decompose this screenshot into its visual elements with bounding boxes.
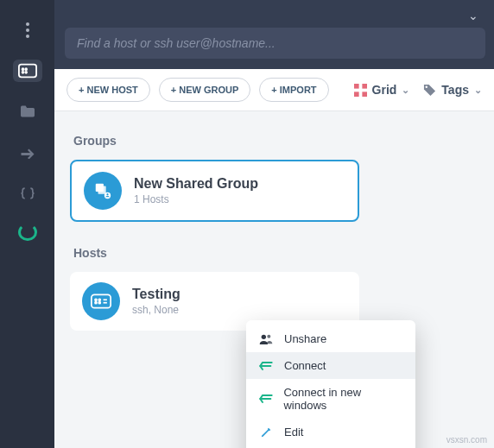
sidebar-snippets[interactable] <box>13 182 42 204</box>
svg-rect-5 <box>354 84 359 89</box>
edit-icon <box>258 426 274 439</box>
attribution-watermark: vsxsn.com <box>446 435 487 445</box>
main-panel: ⌄ Find a host or ssh user@hostname... + … <box>54 0 494 448</box>
chevron-down-icon: ⌄ <box>474 85 482 96</box>
svg-point-9 <box>426 85 428 87</box>
svg-point-16 <box>98 299 100 300</box>
menu-edit[interactable]: Edit <box>246 419 415 445</box>
menu-unshare[interactable]: Unshare <box>246 325 415 352</box>
tag-icon <box>423 84 436 97</box>
svg-point-13 <box>106 193 108 195</box>
loading-spinner-icon <box>18 224 37 241</box>
import-button[interactable]: + IMPORT <box>259 78 328 102</box>
svg-point-4 <box>25 72 27 73</box>
view-grid-label: Grid <box>372 83 397 97</box>
menu-connect-new-window[interactable]: Connect in new windows <box>246 379 415 419</box>
host-badge-icon <box>82 282 120 320</box>
svg-point-12 <box>104 192 111 199</box>
sidebar-hosts[interactable] <box>13 60 42 81</box>
svg-point-1 <box>22 68 23 70</box>
menu-connect-new-window-label: Connect in new windows <box>283 386 403 412</box>
host-subtitle: ssh, None <box>132 304 180 316</box>
host-title: Testing <box>132 287 180 302</box>
folder-icon <box>19 104 36 118</box>
group-badge-icon <box>84 172 122 210</box>
toolbar: + NEW HOST + NEW GROUP + IMPORT Grid ⌄ T… <box>54 69 494 111</box>
svg-point-21 <box>262 334 266 338</box>
tags-label: Tags <box>441 83 469 97</box>
more-vertical-icon <box>26 22 29 38</box>
topbar: ⌄ Find a host or ssh user@hostname... <box>54 0 494 69</box>
view-grid-toggle[interactable]: Grid ⌄ <box>354 83 410 97</box>
sidebar-port-forward[interactable] <box>13 142 42 163</box>
svg-point-17 <box>95 302 97 304</box>
svg-point-3 <box>22 72 23 73</box>
connect-new-window-icon <box>258 394 273 404</box>
unshare-icon <box>258 333 274 345</box>
connect-icon <box>258 361 274 371</box>
svg-rect-14 <box>92 294 111 307</box>
group-subtitle: 1 Hosts <box>134 193 258 205</box>
menu-unshare-label: Unshare <box>284 332 326 345</box>
svg-point-18 <box>98 302 100 304</box>
svg-point-22 <box>267 334 270 338</box>
menu-connect[interactable]: Connect <box>246 352 415 379</box>
svg-rect-6 <box>362 84 367 89</box>
svg-rect-8 <box>362 91 367 97</box>
group-title: New Shared Group <box>134 176 258 192</box>
svg-rect-11 <box>98 186 106 194</box>
menu-connect-label: Connect <box>284 359 326 372</box>
svg-rect-7 <box>354 91 359 97</box>
content-area: Groups New Shared Group 1 Hosts Hosts Te… <box>54 111 494 448</box>
new-group-button[interactable]: + NEW GROUP <box>159 78 251 102</box>
tags-toggle[interactable]: Tags ⌄ <box>423 83 482 97</box>
sidebar-files[interactable] <box>13 101 42 123</box>
svg-rect-0 <box>18 65 35 78</box>
sidebar <box>0 0 54 448</box>
hosts-heading: Hosts <box>73 246 478 260</box>
braces-icon <box>19 186 36 200</box>
chevron-down-icon: ⌄ <box>402 85 409 96</box>
new-host-button[interactable]: + NEW HOST <box>66 78 150 102</box>
arrow-right-icon <box>20 147 35 159</box>
menu-edit-label: Edit <box>284 426 303 439</box>
sidebar-more-menu[interactable] <box>13 19 42 41</box>
grid-icon <box>354 84 367 97</box>
svg-point-2 <box>25 68 27 70</box>
group-card[interactable]: New Shared Group 1 Hosts <box>70 160 359 222</box>
groups-heading: Groups <box>73 134 478 148</box>
svg-point-15 <box>95 299 97 300</box>
context-menu: Unshare Connect Connect in new windows E… <box>246 320 415 448</box>
server-icon <box>18 63 37 79</box>
search-input[interactable]: Find a host or ssh user@hostname... <box>65 28 485 59</box>
collapse-chevron-icon[interactable]: ⌄ <box>468 9 478 22</box>
